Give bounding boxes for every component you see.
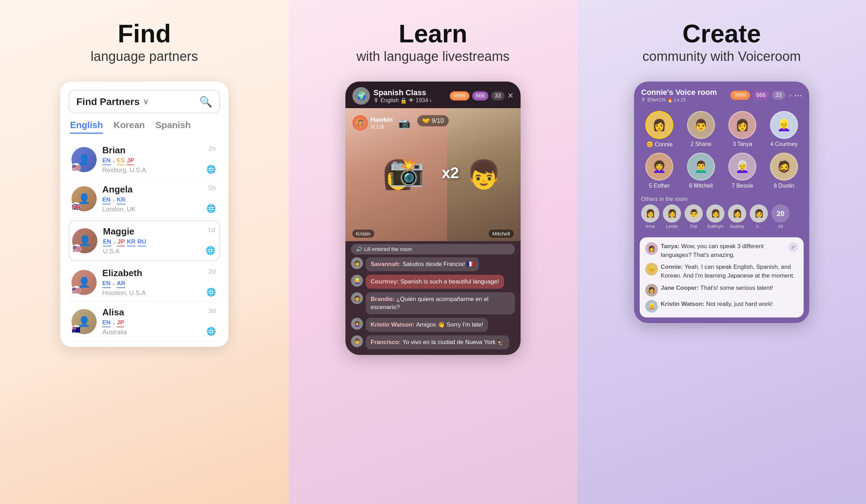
flag-badge: 🇬🇧 — [71, 202, 81, 211]
tab-korean[interactable]: Korean — [114, 120, 145, 134]
partner-location: Houston, U.S.A — [102, 289, 217, 297]
other-name: Leslie — [666, 224, 678, 229]
partner-info: Angela EN › KR London, UK — [102, 184, 217, 213]
partner-location: Rexburg, U.S.A — [102, 167, 217, 174]
partner-row[interactable]: 👤 🇺🇸 Brian EN › ES JP Rexburg, U.S.A 2h … — [69, 140, 220, 179]
seat-name: 2 Shane — [690, 141, 712, 147]
room-notification: 🔊 Lili entered the room — [351, 244, 515, 254]
lang-es: ES — [117, 157, 125, 165]
livestream-phone: 🌍 Spanish Class 🎙 English 🔒 👁 1934 › 999… — [345, 82, 521, 355]
seat-name: 7 Bessie — [732, 183, 753, 189]
partner-time: 2h — [208, 145, 216, 153]
seat-name: 8 Dustin — [774, 183, 794, 189]
hawkin-avatar: 🎵 — [352, 115, 368, 131]
globe-icon: 🌐 — [206, 327, 216, 336]
other-irma[interactable]: 👩 Irma — [641, 204, 659, 229]
lang-en: EN — [102, 280, 111, 288]
avatar-wrap: 👤 🇦🇺 — [71, 309, 97, 334]
other-pat[interactable]: 👨 Pat — [685, 204, 703, 229]
lang-kr: KR — [127, 238, 136, 246]
seat-connie[interactable]: 👩 😊 Connie — [641, 111, 678, 148]
chevron-down-icon: ∨ — [143, 97, 149, 106]
search-icon[interactable]: 🔍 — [199, 96, 212, 108]
partner-row[interactable]: 👤 🇬🇧 Angela EN › KR London, UK 5h 🌐 — [69, 179, 220, 218]
seat-courtney[interactable]: 👱‍♀️ 4 Courtney — [766, 111, 803, 148]
chat-avatar: 👨 — [351, 335, 363, 347]
globe-icon: 🌐 — [206, 288, 216, 297]
stream-stats: 9999 666 33 ✕ — [450, 91, 514, 100]
other-j[interactable]: 👩 J... — [750, 204, 768, 229]
other-name: Kathryn — [708, 224, 723, 229]
partner-info: Alisa EN › JP Australia — [102, 307, 217, 336]
livestream-header: 🌍 Spanish Class 🎙 English 🔒 👁 1934 › 999… — [345, 82, 521, 108]
seat-name: 3 Tanya — [733, 141, 752, 147]
partner-row[interactable]: 👤 🇦🇺 Alisa EN › JP Australia 3d 🌐 — [69, 302, 220, 341]
partner-name: Maggie — [103, 226, 216, 237]
partner-langs: EN › JP KR RU — [103, 238, 216, 246]
globe-icon: 🌐 — [206, 165, 216, 174]
flag-badge: 🇺🇸 — [71, 163, 81, 172]
partner-row-highlighted[interactable]: 👤 🇺🇸 Maggie EN › JP KR RU U.S.A 1d 🌐 — [69, 220, 220, 261]
seat-tanya[interactable]: 👩 3 Tanya — [724, 111, 761, 148]
room-lang: 🎙 EN⇄CN 🔥 Lv.15 — [641, 97, 717, 103]
partner-name: Alisa — [102, 307, 217, 318]
video-area: 👩 👦 🎵 Hawkin 送主播 📷 🤝 9/10 — [345, 108, 521, 241]
stream-lang: 🎙 English 🔒 👁 1934 › — [373, 97, 431, 104]
lang-en: EN — [103, 238, 111, 246]
seat-name: 6 Mitchell — [689, 183, 713, 189]
partner-langs: EN › KR — [102, 196, 217, 204]
other-leslie[interactable]: 👩 Leslie — [663, 204, 681, 229]
seat-dustin[interactable]: 🧔 8 Dustin — [766, 153, 803, 189]
partner-location: U.S.A — [103, 248, 216, 255]
expand-icon[interactable]: ⤢ — [788, 242, 798, 252]
other-avatar: 👩 — [750, 204, 768, 223]
globe-icon: 🌐 — [206, 246, 215, 255]
partner-name: Angela — [102, 184, 217, 195]
chat-avatar: 👩 — [351, 257, 363, 269]
lang-kr: KR — [117, 196, 125, 204]
flag-badge: 🇺🇸 — [71, 286, 81, 295]
voiceroom-header: Connie's Voice room 🎙 EN⇄CN 🔥 Lv.15 9999… — [634, 82, 809, 106]
lang-jp: JP — [127, 157, 134, 165]
seat-mitchell[interactable]: 👨‍🦱 6 Mitchell — [683, 153, 720, 189]
stat-badge-3: 33 — [491, 91, 504, 100]
find-subtitle: language partners — [91, 49, 198, 64]
voiceroom-phone: Connie's Voice room 🎙 EN⇄CN 🔥 Lv.15 9999… — [634, 82, 809, 323]
other-audrey[interactable]: 👩 Audrey — [728, 204, 746, 229]
partner-name: Brian — [102, 145, 217, 156]
tab-english[interactable]: English — [70, 120, 103, 134]
flag-badge: 🇦🇺 — [71, 325, 81, 334]
chat-avatar: 👩 — [645, 242, 658, 255]
others-all[interactable]: 20 All — [771, 204, 790, 229]
chat-avatar: 👱‍♀️ — [351, 275, 363, 287]
stat-badge-1: 9999 — [730, 91, 750, 100]
close-icon[interactable]: ✕ — [507, 91, 514, 100]
seat-shane[interactable]: 👨 2 Shane — [683, 111, 720, 148]
more-count: 20 — [771, 204, 790, 223]
lang-ar: AR — [117, 280, 125, 288]
seat-avatar: 👩 — [728, 111, 756, 139]
stat-badge-3: 33 — [772, 91, 785, 100]
other-avatar: 👩 — [706, 204, 724, 223]
others-row: 👩 Irma 👩 Leslie 👨 Pat 👩 Kathryn 👩 Audrey… — [634, 204, 809, 234]
chat-bubble: Savannah: Saludos desde Francia! 🇫🇷 — [366, 257, 479, 271]
chat-message: 👨 Francisco: Yo vivo en la ciudad de Nue… — [351, 335, 515, 349]
seat-bessie[interactable]: 👩‍🦳 7 Bessie — [724, 153, 761, 189]
language-tabs: English Korean Spanish — [69, 120, 220, 134]
seat-name: 4 Courtney — [770, 141, 798, 147]
seat-avatar: 👩 — [645, 111, 673, 139]
chat-text: Tanya: Wow, you can speak 3 different la… — [661, 242, 785, 259]
create-panel: Create community with Voiceroom Connie's… — [577, 0, 866, 504]
partner-row[interactable]: 👤 🇺🇸 Elizabeth EN › AR Houston, U.S.A 2d… — [69, 263, 220, 302]
more-options-icon[interactable]: ··· — [794, 90, 802, 101]
voiceroom-chat: 👩 Tanya: Wow, you can speak 3 different … — [640, 237, 804, 317]
host-details: Spanish Class 🎙 English 🔒 👁 1934 › — [373, 88, 431, 104]
tab-spanish[interactable]: Spanish — [155, 120, 191, 134]
seat-avatar: 👩‍🦳 — [728, 153, 756, 181]
seat-esther[interactable]: 👩‍🦱 5 Esther — [641, 153, 678, 189]
learn-subtitle: with language livestreams — [356, 49, 509, 64]
other-kathryn[interactable]: 👩 Kathryn — [706, 204, 724, 229]
chat-row-inner: 👩 Tanya: Wow, you can speak 3 different … — [645, 242, 785, 259]
find-header[interactable]: Find Partners ∨ 🔍 — [69, 90, 220, 113]
seat-avatar: 👩‍🦱 — [645, 153, 673, 181]
